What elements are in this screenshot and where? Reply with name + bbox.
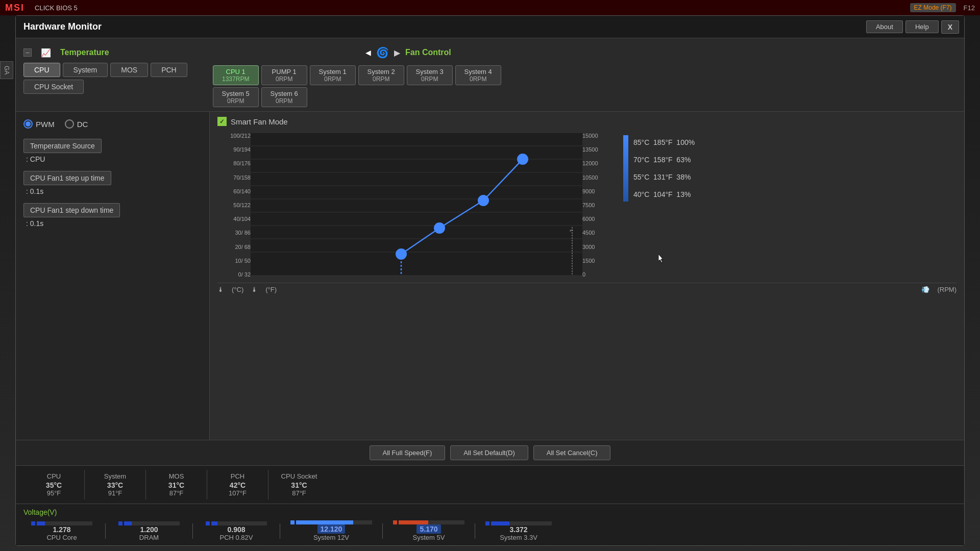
svg-rect-0 xyxy=(251,133,582,276)
temp-btn-mos[interactable]: MOS xyxy=(110,63,148,77)
smart-fan-header: ✓ Smart Fan Mode xyxy=(217,117,957,126)
rpm-label-10: 0 xyxy=(582,271,610,278)
action-buttons: All Full Speed(F) All Set Default(D) All… xyxy=(16,440,964,465)
sys4-rpm: 0RPM xyxy=(462,76,495,83)
temp-cpu-socket-fahrenheit: 87°F xyxy=(292,489,306,497)
voltage-dram: 1.200 DRAM xyxy=(111,521,187,541)
pwm-radio-inner xyxy=(26,121,31,127)
all-set-cancel-btn[interactable]: All Set Cancel(C) xyxy=(533,445,611,460)
voltage-5v-bar-fill xyxy=(399,520,428,524)
voltage-33v-bar-indicator xyxy=(485,521,489,525)
pwm-dc-row: PWM DC xyxy=(23,119,202,129)
voltage-dram-bar-indicator xyxy=(118,521,122,525)
temp-system: System 33°C 91°F xyxy=(85,470,146,499)
voltage-dram-label: DRAM xyxy=(139,534,159,541)
fan-pump1[interactable]: PUMP 10RPM xyxy=(261,65,307,85)
thermometer-f-icon: 🌡 xyxy=(251,286,258,293)
temp-cpu-socket-name: CPU Socket xyxy=(281,472,317,480)
fan-sys2[interactable]: System 20RPM xyxy=(358,65,404,85)
source-buttons-container: CPU System MOS PCH CPU Socket xyxy=(23,63,187,94)
chart-legend: 85°C 185°F 100% 70°C 158°F 63% 55°C 131°… xyxy=(618,130,695,280)
chart-container: 100/212 90/194 80/176 70/158 60/140 50/1… xyxy=(217,130,957,280)
voltage-title: Voltage(V) xyxy=(23,508,957,516)
voltage-5v: 5.170 System 5V xyxy=(388,520,470,541)
dc-radio-label[interactable]: DC xyxy=(65,119,88,129)
temp-mos-fahrenheit: 87°F xyxy=(169,489,184,497)
pwm-radio-outer xyxy=(23,119,33,129)
fan-sys6[interactable]: System 60RPM xyxy=(261,87,307,107)
chart-units-left: 🌡 (°C) 🌡 (°F) xyxy=(217,286,277,293)
close-button[interactable]: X xyxy=(941,20,959,34)
all-full-speed-btn[interactable]: All Full Speed(F) xyxy=(370,445,446,460)
left-sidebar: PWM DC Temperature Source : CPU xyxy=(16,112,210,440)
step-up-label[interactable]: CPU Fan1 step up time xyxy=(23,171,111,185)
temp-btn-pch[interactable]: PCH xyxy=(151,63,187,77)
step-down-label[interactable]: CPU Fan1 step down time xyxy=(23,203,120,217)
top-section: ─ 📈 Temperature ◀ 🌀 ▶ Fan Control xyxy=(16,38,964,112)
fan-sys4[interactable]: System 40RPM xyxy=(455,65,501,85)
y-label-9: 10/ 50 xyxy=(217,258,251,264)
temp-source-value: : CPU xyxy=(23,155,202,163)
rpm-label-7: 4500 xyxy=(582,230,610,236)
main-panel: PWM DC Temperature Source : CPU xyxy=(16,112,964,440)
help-button[interactable]: Help xyxy=(905,20,939,33)
temp-mos: MOS 31°C 87°F xyxy=(146,470,207,499)
y-axis-left: 100/212 90/194 80/176 70/158 60/140 50/1… xyxy=(217,130,251,280)
fan-cpu1[interactable]: CPU 11337RPM xyxy=(213,65,259,85)
sys1-rpm: 0RPM xyxy=(316,76,349,83)
pwm-radio-label[interactable]: PWM xyxy=(23,119,55,129)
sys2-rpm: 0RPM xyxy=(365,76,398,83)
temp-btn-cpu-socket[interactable]: CPU Socket xyxy=(23,80,84,94)
voltage-5v-bar-container xyxy=(393,520,464,524)
sys5-rpm: 0RPM xyxy=(219,97,252,105)
smart-fan-checkbox[interactable]: ✓ xyxy=(217,117,227,126)
fan-sys3[interactable]: System 30RPM xyxy=(407,65,453,85)
temp-btn-cpu[interactable]: CPU xyxy=(23,63,60,77)
sys6-rpm: 0RPM xyxy=(268,97,301,105)
content-area: ─ 📈 Temperature ◀ 🌀 ▶ Fan Control xyxy=(16,38,964,545)
legend-item-85: 85°C 185°F 100% xyxy=(633,138,695,146)
step-down-setting: CPU Fan1 step down time : 0.1s xyxy=(23,203,202,228)
fan-curve-chart[interactable]: ⌐ xyxy=(251,130,582,278)
titlebar-buttons: About Help X xyxy=(866,20,959,34)
voltage-33v: 3.372 System 3.3V xyxy=(480,521,557,541)
voltage-12v-label: System 12V xyxy=(313,534,349,541)
fan-nav-icon: 🌀 xyxy=(376,46,389,59)
voltage-cpu-bar-bg xyxy=(37,521,92,525)
temp-cpu: CPU 35°C 95°F xyxy=(23,470,85,499)
cpu1-rpm: 1337RPM xyxy=(219,76,252,83)
voltage-5v-bar-bg xyxy=(399,520,464,524)
y-label-6: 40/104 xyxy=(217,216,251,222)
fan-speed-row2: System 50RPM System 60RPM xyxy=(213,87,501,107)
y-axis-right: 15000 13500 12000 10500 9000 7500 6000 4… xyxy=(582,130,610,280)
nav-prev-arrow[interactable]: ◀ xyxy=(365,48,371,57)
temp-pch-celsius: 42°C xyxy=(230,481,246,489)
temp-system-fahrenheit: 91°F xyxy=(108,489,122,497)
f12-indicator: F12 xyxy=(964,4,975,12)
about-button[interactable]: About xyxy=(866,20,903,33)
temp-pch-fahrenheit: 107°F xyxy=(229,489,247,497)
fan-sys5[interactable]: System 50RPM xyxy=(213,87,259,107)
collapse-button[interactable]: ─ xyxy=(23,48,32,57)
chart-bottom: 🌡 (°C) 🌡 (°F) 💨 (RPM) xyxy=(217,283,957,296)
checkbox-symbol: ✓ xyxy=(219,118,225,125)
voltage-cpu-bar-fill xyxy=(37,521,45,525)
buttons-row: CPU System MOS PCH CPU Socket xyxy=(23,63,957,107)
temp-btn-system[interactable]: System xyxy=(63,63,108,77)
legend-55c: 55°C 131°F 38% xyxy=(633,173,691,181)
voltage-5v-value: 5.170 xyxy=(416,524,440,534)
temp-cpu-socket-celsius: 31°C xyxy=(291,481,307,489)
celsius-unit: (°C) xyxy=(232,286,243,293)
voltage-sep3 xyxy=(280,523,280,539)
legend-40c: 40°C 104°F 13% xyxy=(633,190,691,198)
all-set-default-btn[interactable]: All Set Default(D) xyxy=(450,445,528,460)
fahrenheit-unit: (°F) xyxy=(265,286,277,293)
legend-85c: 85°C 185°F 100% xyxy=(633,138,695,146)
y-label-7: 30/ 86 xyxy=(217,230,251,236)
voltage-section: Voltage(V) 1.278 CPU Core xyxy=(16,504,964,545)
temp-source-label[interactable]: Temperature Source xyxy=(23,139,102,153)
fan-sys1[interactable]: System 10RPM xyxy=(310,65,356,85)
ez-mode-button[interactable]: EZ Mode (F7) xyxy=(910,3,956,12)
svg-point-18 xyxy=(478,195,488,206)
ga-tab[interactable]: GA xyxy=(0,61,13,79)
